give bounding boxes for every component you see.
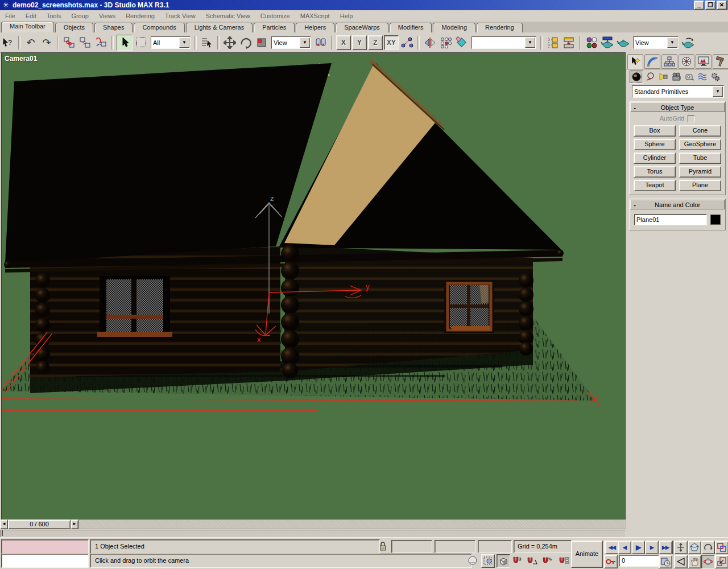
menu-customize[interactable]: Customize	[255, 11, 295, 21]
array-icon[interactable]	[439, 35, 453, 50]
shapes-icon[interactable]	[644, 71, 656, 83]
current-frame-field[interactable]: 0	[619, 555, 660, 567]
field-of-view-icon[interactable]	[674, 555, 688, 568]
selection-region-icon[interactable]	[134, 35, 148, 50]
cone-button[interactable]: Cone	[679, 125, 721, 137]
name-color-rollout-header[interactable]: - Name and Color	[630, 200, 725, 209]
time-slider-prev-arrow[interactable]: ◄	[0, 519, 8, 529]
app-icon[interactable]: ✳	[1, 1, 10, 9]
tab-modeling[interactable]: Modeling	[433, 23, 475, 32]
dolly-camera-icon[interactable]	[674, 541, 688, 554]
geosphere-button[interactable]: GeoSphere	[679, 139, 721, 150]
maxscript-mini-listener-script[interactable]	[1, 554, 89, 568]
menu-edit[interactable]: Edit	[20, 11, 42, 21]
play-button[interactable]: ▶	[631, 541, 645, 554]
min-max-toggle-icon[interactable]	[715, 555, 728, 568]
select-and-manipulate-icon[interactable]	[400, 35, 415, 50]
material-editor-icon[interactable]	[584, 35, 599, 50]
select-by-name-icon[interactable]	[200, 35, 214, 50]
tab-main-toolbar[interactable]: Main Toolbar	[1, 22, 54, 32]
degradation-override-sphere-icon[interactable]	[466, 554, 479, 567]
primitive-category-dropdown[interactable]: Standard Primitives ▼	[632, 85, 724, 98]
snap-3d-icon[interactable]: 3	[511, 554, 524, 567]
undo-icon[interactable]: ↶	[23, 35, 38, 50]
tab-rendering[interactable]: Rendering	[477, 23, 523, 32]
next-frame-button[interactable]: ▶	[645, 541, 659, 554]
tab-compounds[interactable]: Compounds	[134, 23, 184, 32]
sphere-button[interactable]: Sphere	[634, 139, 676, 150]
viewport-label[interactable]: Camera01	[5, 55, 37, 63]
mirror-icon[interactable]	[423, 35, 437, 50]
time-slider-track[interactable]	[78, 519, 626, 529]
collapse-icon[interactable]: -	[631, 104, 639, 111]
schematic-view-icon[interactable]	[561, 35, 576, 50]
cameras-icon[interactable]	[670, 71, 682, 83]
menu-schematic-view[interactable]: Schematic View	[201, 11, 255, 21]
tab-helpers[interactable]: Helpers	[296, 23, 334, 32]
degradation-override-cube-icon[interactable]	[497, 554, 510, 568]
chevron-down-icon[interactable]: ▼	[179, 38, 189, 48]
teapot-button[interactable]: Teapot	[634, 180, 676, 191]
tab-objects[interactable]: Objects	[55, 23, 93, 32]
goto-start-button[interactable]: ◀◀	[604, 541, 619, 554]
tab-lights-cameras[interactable]: Lights & Cameras	[186, 23, 253, 32]
selection-filter-dropdown[interactable]: All▼	[151, 36, 191, 49]
create-tab[interactable]	[627, 54, 643, 69]
collapse-icon[interactable]: -	[631, 201, 639, 208]
select-and-scale-icon[interactable]	[254, 35, 269, 50]
plane-button[interactable]: Plane	[679, 180, 721, 191]
lights-icon[interactable]	[657, 71, 669, 83]
bind-to-spacewarp-icon[interactable]	[94, 35, 109, 50]
tab-spacewarps[interactable]: SpaceWarps	[336, 23, 388, 32]
track-bar-marker[interactable]	[2, 530, 3, 536]
named-selection-sets-dropdown[interactable]: ▼	[471, 36, 536, 49]
modify-tab[interactable]	[644, 54, 660, 69]
tube-button[interactable]: Tube	[679, 152, 721, 164]
restrict-xy-plane-button[interactable]: XY	[384, 35, 399, 50]
tab-shapes[interactable]: Shapes	[94, 23, 133, 32]
geometry-icon[interactable]	[630, 71, 643, 84]
menu-file[interactable]: File	[0, 11, 20, 21]
truck-camera-icon[interactable]	[688, 555, 701, 568]
zoom-extents-all-icon[interactable]	[715, 541, 728, 554]
coordinate-x-field[interactable]	[391, 540, 432, 553]
maxscript-mini-listener-macro[interactable]	[1, 539, 89, 554]
help-mode-icon[interactable]: ?	[1, 35, 15, 50]
menu-maxscript[interactable]: MAXScript	[295, 11, 335, 21]
systems-icon[interactable]	[709, 71, 722, 83]
chevron-down-icon[interactable]: ▼	[713, 86, 723, 97]
menu-views[interactable]: Views	[94, 11, 121, 21]
percent-snap-icon[interactable]: %	[541, 554, 553, 567]
previous-frame-button[interactable]: ◀	[618, 541, 631, 554]
object-color-swatch[interactable]	[710, 215, 721, 225]
render-last-icon[interactable]	[681, 35, 696, 50]
menu-rendering[interactable]: Rendering	[121, 11, 160, 21]
track-view-icon[interactable]	[545, 35, 560, 50]
helpers-icon[interactable]	[683, 71, 696, 83]
restrict-y-button[interactable]: Y	[352, 35, 367, 50]
quick-render-icon[interactable]	[616, 35, 631, 50]
roll-camera-icon[interactable]	[701, 541, 715, 554]
autogrid-checkbox[interactable]	[688, 115, 695, 122]
align-icon[interactable]	[454, 35, 469, 50]
select-and-link-icon[interactable]	[62, 35, 77, 50]
pyramid-button[interactable]: Pyramid	[679, 166, 721, 178]
redo-icon[interactable]: ↷	[39, 35, 54, 50]
menu-help[interactable]: Help	[335, 11, 358, 21]
spinner-snap-icon[interactable]	[558, 554, 570, 567]
render-type-dropdown[interactable]: View▼	[633, 36, 679, 49]
perspective-icon[interactable]	[688, 541, 701, 554]
restore-button[interactable]: ❐	[705, 1, 715, 10]
window-crossing-toggle-icon[interactable]	[481, 554, 495, 568]
close-button[interactable]: ✕	[717, 1, 727, 10]
render-scene-icon[interactable]	[600, 35, 615, 50]
selection-lock-icon[interactable]	[377, 540, 389, 552]
motion-tab[interactable]	[679, 54, 694, 69]
coordinate-y-field[interactable]	[435, 540, 475, 553]
title-bar[interactable]: ✳ demo02_screenshots.max - 3D Studio MAX…	[0, 0, 728, 10]
minimize-button[interactable]: _	[694, 1, 704, 10]
restrict-z-button[interactable]: Z	[368, 35, 383, 50]
time-slider-handle[interactable]: 0 / 600	[8, 519, 71, 529]
menu-tools[interactable]: Tools	[42, 11, 67, 21]
orbit-camera-icon[interactable]	[701, 555, 715, 568]
